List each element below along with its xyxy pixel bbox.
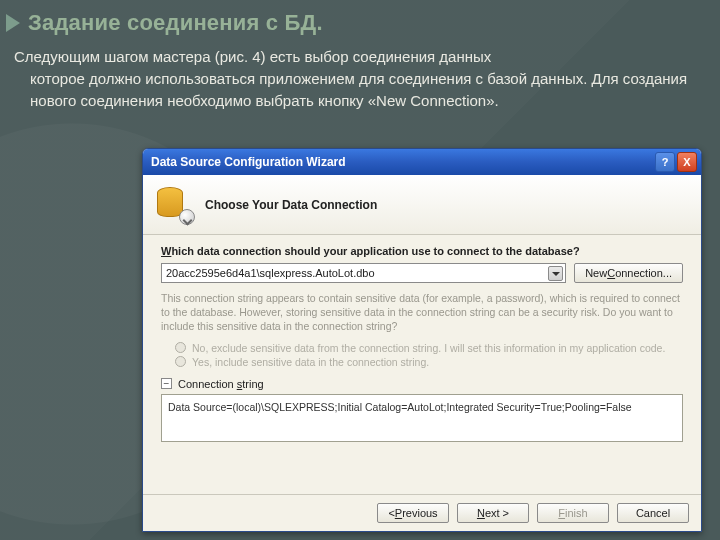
close-button[interactable]: X: [677, 152, 697, 172]
sensitive-data-text: This connection string appears to contai…: [161, 291, 683, 334]
dialog-footer: < Previous Next > Finish Cancel: [143, 494, 701, 531]
chevron-down-icon[interactable]: [548, 266, 563, 281]
slide-title: Задание соединения с БД.: [28, 10, 323, 36]
slide-body: Следующим шагом мастера (рис. 4) есть вы…: [0, 40, 720, 111]
cancel-button[interactable]: Cancel: [617, 503, 689, 523]
connection-combobox[interactable]: 20acc2595e6d4a1\sqlexpress.AutoLot.dbo: [161, 263, 566, 283]
dialog-content: Which data connection should your applic…: [143, 235, 701, 494]
previous-button[interactable]: < Previous: [377, 503, 449, 523]
database-icon: [157, 187, 193, 223]
titlebar-text: Data Source Configuration Wizard: [151, 155, 653, 169]
new-connection-button[interactable]: New Connection...: [574, 263, 683, 283]
next-button[interactable]: Next >: [457, 503, 529, 523]
radio-exclude-label: No, exclude sensitive data from the conn…: [192, 342, 665, 354]
connection-question: Which data connection should your applic…: [161, 245, 683, 257]
titlebar[interactable]: Data Source Configuration Wizard ? X: [143, 149, 701, 175]
expander-toggle[interactable]: −: [161, 378, 172, 389]
radio-include: Yes, include sensitive data in the conne…: [175, 356, 683, 368]
slide-paragraph-2: которое должно использоваться приложение…: [14, 68, 696, 112]
bullet-triangle-icon: [6, 14, 20, 32]
dialog-header-title: Choose Your Data Connection: [205, 198, 377, 212]
slide-title-row: Задание соединения с БД.: [0, 0, 720, 40]
radio-icon: [175, 356, 186, 367]
connection-combobox-value: 20acc2595e6d4a1\sqlexpress.AutoLot.dbo: [166, 267, 375, 279]
wizard-dialog: Data Source Configuration Wizard ? X Cho…: [142, 148, 702, 532]
radio-include-label: Yes, include sensitive data in the conne…: [192, 356, 429, 368]
slide-paragraph-1: Следующим шагом мастера (рис. 4) есть вы…: [14, 46, 696, 68]
connection-string-label: Connection string: [178, 378, 264, 390]
minus-icon: −: [164, 379, 170, 389]
radio-exclude: No, exclude sensitive data from the conn…: [175, 342, 683, 354]
dialog-header: Choose Your Data Connection: [143, 175, 701, 235]
finish-button: Finish: [537, 503, 609, 523]
radio-icon: [175, 342, 186, 353]
help-button[interactable]: ?: [655, 152, 675, 172]
help-icon: ?: [662, 156, 669, 168]
connection-string-box[interactable]: Data Source=(local)\SQLEXPRESS;Initial C…: [161, 394, 683, 442]
connection-string-value: Data Source=(local)\SQLEXPRESS;Initial C…: [168, 401, 632, 413]
close-icon: X: [683, 156, 690, 168]
